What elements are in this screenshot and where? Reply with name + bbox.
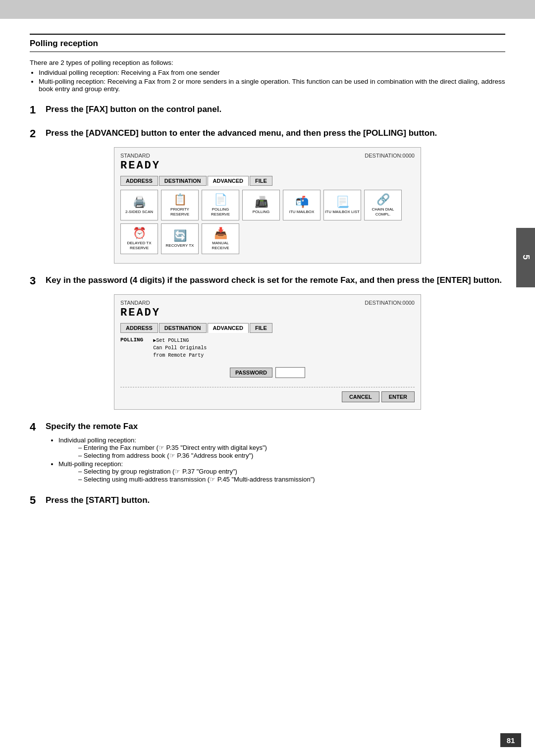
step-5-number: 5 <box>30 494 42 507</box>
screen-mockup-1: STANDARD DESTINATION:0000 READY ADDRESS … <box>114 147 421 264</box>
icon-priority-reserve[interactable]: 📋 PRIORITY RESERVE <box>161 190 199 220</box>
step4-item-multi: Multi-polling reception: Selecting by gr… <box>58 460 505 483</box>
icon-2sided-scan[interactable]: 🖨️ 2-SIDED SCAN <box>120 190 158 220</box>
screen-mockup-2: STANDARD DESTINATION:0000 READY ADDRESS … <box>114 294 421 410</box>
step-1-text: Press the [FAX] button on the control pa… <box>46 104 221 115</box>
icon-recovery-tx[interactable]: 🔄 RECOVERY TX <box>161 223 199 254</box>
step-4-content: Individual polling reception: Entering t… <box>46 436 505 483</box>
icon-polling-reserve[interactable]: 📄 POLLING RESERVE <box>202 190 239 220</box>
screen-top-left-1: STANDARD <box>120 153 150 159</box>
screen-top-right-1: DESTINATION:0000 <box>365 153 415 159</box>
screen-bottom-buttons: CANCEL ENTER <box>120 387 415 402</box>
step-4-number: 4 <box>30 421 42 433</box>
screen-ready-2: READY <box>120 307 415 319</box>
step4-dash-1: Entering the Fax number (☞ P.35 "Direct … <box>78 444 505 451</box>
step-1-heading: 1 Press the [FAX] button on the control … <box>30 104 505 116</box>
enter-button[interactable]: ENTER <box>381 391 415 402</box>
itu-mailbox-label: ITU MAILBOX <box>289 210 315 215</box>
password-input-field[interactable] <box>275 367 305 378</box>
screen2-tab-address[interactable]: ADDRESS <box>120 323 158 333</box>
polling-reserve-icon: 📄 <box>214 193 227 206</box>
priority-reserve-label: PRIORITY RESERVE <box>162 207 197 216</box>
step-3-number: 3 <box>30 274 42 287</box>
polling-content-label: POLLING <box>120 337 143 359</box>
icon-manual-receive[interactable]: 📥 MANUAL RECEIVE <box>202 223 239 254</box>
polling-reserve-label: POLLING RESERVE <box>203 207 238 216</box>
main-content: Polling reception There are 2 types of p… <box>0 19 535 541</box>
section-title: Polling reception <box>30 39 98 48</box>
recovery-tx-label: RECOVERY TX <box>166 243 194 248</box>
screen-tabs-1: ADDRESS DESTINATION ADVANCED FILE <box>120 176 415 186</box>
step-2-heading: 2 Press the [ADVANCED] button to enter t… <box>30 127 505 140</box>
2sided-scan-label: 2-SIDED SCAN <box>125 210 153 215</box>
screen2-tab-destination[interactable]: DESTINATION <box>159 323 207 333</box>
step-3-heading: 3 Key in the password (4 digits) if the … <box>30 274 505 287</box>
step4-dash-2: Selecting from address book (☞ P.36 "Add… <box>78 452 505 459</box>
manual-receive-label: MANUAL RECEIVE <box>203 241 238 250</box>
step4-individual-label: Individual polling reception: <box>58 436 136 444</box>
step-2-number: 2 <box>30 127 42 140</box>
section-header: Polling reception <box>30 34 505 52</box>
polling-line-2: Can Poll Originals <box>153 344 207 352</box>
screen-icons-row-2: ⏰ DELAYED TX RESERVE 🔄 RECOVERY TX 📥 MAN… <box>120 223 415 254</box>
itu-mailbox-icon: 📬 <box>295 196 309 209</box>
screen-tab-destination[interactable]: DESTINATION <box>159 176 207 186</box>
step-1: 1 Press the [FAX] button on the control … <box>30 104 505 116</box>
itu-mailbox-list-label: ITU MAILBOX LIST <box>325 210 360 215</box>
screen-ready-1: READY <box>120 160 415 172</box>
step-5: 5 Press the [START] button. <box>30 494 505 507</box>
manual-receive-icon: 📥 <box>214 227 227 240</box>
screen-top-bar-1: STANDARD DESTINATION:0000 <box>120 153 415 159</box>
icon-itu-mailbox[interactable]: 📬 ITU MAILBOX <box>283 190 321 220</box>
polling-icon: 📠 <box>255 196 268 209</box>
top-bar <box>0 0 535 19</box>
screen-top-left-2: STANDARD <box>120 300 150 306</box>
bullet-list: Individual polling reception: Receiving … <box>39 69 505 93</box>
step-2-text: Press the [ADVANCED] button to enter the… <box>46 127 437 139</box>
step-3-text: Key in the password (4 digits) if the pa… <box>46 274 502 286</box>
recovery-tx-icon: 🔄 <box>173 229 187 242</box>
screen-top-bar-2: STANDARD DESTINATION:0000 <box>120 300 415 306</box>
step-1-number: 1 <box>30 104 42 116</box>
step4-multi-label: Multi-polling reception: <box>58 460 123 468</box>
delayed-tx-label: DELAYED TX RESERVE <box>122 241 157 250</box>
icon-delayed-tx[interactable]: ⏰ DELAYED TX RESERVE <box>120 223 158 254</box>
password-button[interactable]: PASSWORD <box>230 368 272 378</box>
step4-dash-3: Selecting by group registration (☞ P.37 … <box>78 468 505 475</box>
step-2: 2 Press the [ADVANCED] button to enter t… <box>30 127 505 264</box>
step4-individual-dashes: Entering the Fax number (☞ P.35 "Direct … <box>78 444 505 459</box>
step4-dash-4: Selecting using multi-address transmissi… <box>78 476 505 483</box>
screen-tab-advanced[interactable]: ADVANCED <box>208 176 249 186</box>
step-4-heading: 4 Specify the remote Fax <box>30 421 505 433</box>
step4-list: Individual polling reception: Entering t… <box>58 436 505 483</box>
icon-chain-dial[interactable]: 🔗 CHAIN DIAL COMPL. <box>364 190 402 220</box>
step4-multi-dashes: Selecting by group registration (☞ P.37 … <box>78 468 505 483</box>
chain-dial-icon: 🔗 <box>376 193 390 206</box>
polling-line-3: from Remote Party <box>153 352 207 359</box>
list-item: Multi-polling reception: Receiving a Fax… <box>39 78 505 93</box>
screen-tab-address[interactable]: ADDRESS <box>120 176 158 186</box>
screen-top-right-2: DESTINATION:0000 <box>365 300 415 306</box>
screen2-tab-advanced[interactable]: ADVANCED <box>208 323 249 333</box>
step-3: 3 Key in the password (4 digits) if the … <box>30 274 505 410</box>
priority-reserve-icon: 📋 <box>173 193 187 206</box>
password-row: PASSWORD <box>120 367 415 378</box>
icon-itu-mailbox-list[interactable]: 📃 ITU MAILBOX LIST <box>323 190 361 220</box>
step-4: 4 Specify the remote Fax Individual poll… <box>30 421 505 483</box>
icon-polling[interactable]: 📠 POLLING <box>242 190 280 220</box>
screen2-tab-file[interactable]: FILE <box>250 323 272 333</box>
screen-tab-file[interactable]: FILE <box>250 176 272 186</box>
chain-dial-label: CHAIN DIAL COMPL. <box>366 207 400 216</box>
list-item: Individual polling reception: Receiving … <box>39 69 505 76</box>
side-tab-number: 5 <box>521 255 531 261</box>
page-number: 81 <box>500 733 521 747</box>
screen-tabs-2: ADDRESS DESTINATION ADVANCED FILE <box>120 323 415 333</box>
delayed-tx-icon: ⏰ <box>133 227 146 240</box>
step4-item-individual: Individual polling reception: Entering t… <box>58 436 505 459</box>
itu-mailbox-list-icon: 📃 <box>336 196 349 209</box>
cancel-button[interactable]: CANCEL <box>342 391 379 402</box>
polling-label: POLLING <box>253 210 270 215</box>
polling-content: POLLING ▶Set POLLING Can Poll Originals … <box>120 337 415 359</box>
intro-text: There are 2 types of polling reception a… <box>30 59 505 66</box>
step-5-text: Press the [START] button. <box>46 494 150 506</box>
